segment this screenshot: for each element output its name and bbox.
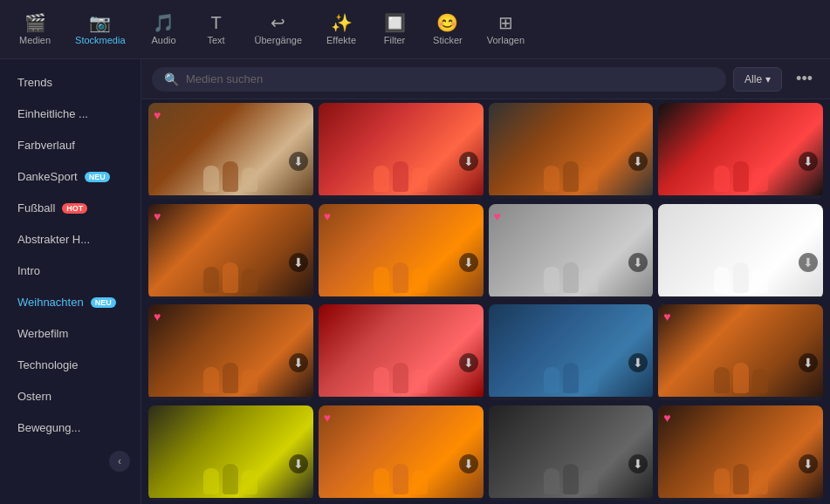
sidebar-label-einheitliche: Einheitliche ... — [17, 107, 88, 120]
sidebar-item-einheitliche[interactable]: Einheitliche ... — [3, 99, 137, 129]
media-card[interactable]: ⬇ Afrikanische Familie liest zu ... — [489, 304, 654, 400]
nav-label-stockmedia: Stockmedia — [75, 35, 125, 45]
sidebar-collapse-button[interactable]: ‹ — [109, 451, 130, 472]
media-label: Glückliche Freunde beim W... — [658, 498, 823, 501]
media-card[interactable]: ♥ ⬇ Glückliche Freunde, die zu H... — [489, 204, 654, 300]
sidebar: Trends Einheitliche ... Farbverlauf Dank… — [0, 59, 141, 504]
download-icon[interactable]: ⬇ — [799, 253, 818, 272]
media-card[interactable]: ♥ ⬇ Glückliche Familie mit Weih... — [658, 304, 823, 400]
download-icon[interactable]: ⬇ — [289, 152, 308, 171]
nav-item-effekte[interactable]: ✨ Effekte — [314, 9, 368, 51]
search-icon: 🔍 — [164, 72, 179, 86]
media-label: Afrikanische Familie liest zu ... — [489, 397, 654, 399]
download-icon[interactable]: ⬇ — [799, 152, 818, 171]
media-card[interactable]: ♥ ⬇ Glückliche Freunde mit Wun... — [319, 204, 484, 300]
media-thumbnail: ♥ ⬇ — [148, 204, 313, 296]
download-icon[interactable]: ⬇ — [459, 353, 478, 372]
sidebar-item-werbefilm[interactable]: Werbefilm — [3, 318, 137, 349]
media-card[interactable]: ♥ ⬇ Glückliche Freunde beim W... — [658, 405, 823, 501]
heart-icon: ♥ — [663, 310, 670, 324]
chevron-left-icon: ‹ — [118, 455, 121, 467]
nav-label-medien: Medien — [19, 35, 51, 45]
media-thumbnail: ⬇ — [658, 103, 823, 195]
nav-item-medien[interactable]: 🎬 Medien — [7, 9, 63, 51]
chevron-down-icon: ▾ — [765, 73, 771, 85]
filter-icon: 🔲 — [384, 14, 406, 31]
media-thumbnail: ⬇ — [319, 304, 484, 397]
media-card[interactable]: ⬇ Freunde essen weihnachtses... — [489, 103, 654, 199]
badge-dankesport: NEU — [85, 172, 110, 182]
media-thumbnail: ♥ ⬇ — [319, 405, 484, 498]
sidebar-item-ostern[interactable]: Ostern — [3, 381, 137, 412]
more-options-button[interactable]: ••• — [789, 66, 820, 92]
sidebar-item-weihnachten[interactable]: Weihnachten NEU — [3, 287, 137, 317]
sidebar-item-abstrakt[interactable]: Abstrakter H... — [3, 224, 137, 255]
search-bar: 🔍 Alle ▾ ••• — [141, 59, 830, 99]
sidebar-item-technologie[interactable]: Technologie — [3, 350, 137, 380]
media-grid: ♥ ⬇ Glückliche Freunde, die Wei... ⬇ glü… — [141, 99, 830, 504]
nav-item-vorlagen[interactable]: ⊞ Vorlagen — [475, 9, 537, 51]
nav-item-text[interactable]: T Text — [190, 9, 243, 51]
download-icon[interactable]: ⬇ — [628, 454, 648, 473]
media-label: Freunde essen weihnachtses... — [489, 195, 654, 198]
media-label: Afrikanische Familie mit Tab... — [489, 498, 654, 501]
media-thumbnail: ⬇ — [489, 103, 654, 195]
media-label: Glückliche Freunde, die zu H... — [489, 296, 654, 299]
sidebar-item-dankesport[interactable]: DankeSport NEU — [3, 161, 137, 192]
media-thumbnail: ⬇ — [319, 103, 484, 195]
download-icon[interactable]: ⬇ — [289, 353, 308, 372]
sidebar-item-trends[interactable]: Trends — [3, 67, 137, 98]
download-icon[interactable]: ⬇ — [799, 353, 818, 372]
media-label: glückliche Familie, die zu Ha... — [148, 498, 313, 501]
text-icon: T — [210, 14, 221, 31]
sidebar-label-werbefilm: Werbefilm — [17, 327, 68, 340]
download-icon[interactable]: ⬇ — [628, 253, 648, 272]
media-card[interactable]: ⬇ Mann schenkt Frau am Vale... — [319, 304, 484, 400]
media-thumbnail: ♥ ⬇ — [148, 103, 313, 195]
media-card[interactable]: ♥ ⬇ Glückliche Freunde, die bei... — [319, 405, 484, 501]
media-card[interactable]: ♥ ⬇ Glückliche Freunde beim W... — [148, 204, 313, 300]
sidebar-item-intro[interactable]: Intro — [3, 255, 137, 286]
nav-item-filter[interactable]: 🔲 Filter — [368, 9, 421, 51]
sidebar-label-fussball: Fußball — [17, 201, 55, 215]
medien-icon: 🎬 — [24, 14, 46, 31]
media-label: Afrikanische Familie öffnet ... — [658, 195, 823, 198]
media-card[interactable]: ⬇ Afrikanische Familie öffnet ... — [658, 103, 823, 199]
search-input[interactable] — [186, 72, 714, 85]
download-icon[interactable]: ⬇ — [289, 454, 308, 473]
media-card[interactable]: ⬇ glückliche Familie, die zu Ha... — [148, 405, 313, 501]
nav-label-audio: Audio — [151, 35, 175, 45]
media-card[interactable]: ♥ ⬇ Glückliche Freunde, die Wei... — [148, 103, 313, 199]
content-area: 🔍 Alle ▾ ••• — [141, 59, 830, 504]
media-card[interactable]: ♥ ⬇ Glückliche Freunde beim W... — [148, 304, 313, 400]
media-card[interactable]: ⬇ glückliches Paar, das am Val... — [319, 103, 484, 199]
top-nav: 🎬 Medien 📷 Stockmedia 🎵 Audio T Text ↩ Ü… — [0, 0, 830, 59]
sidebar-label-intro: Intro — [17, 264, 40, 277]
sidebar-item-farbverlauf[interactable]: Farbverlauf — [3, 130, 137, 160]
heart-icon: ♥ — [154, 310, 161, 324]
nav-item-uebergaenge[interactable]: ↩ Übergänge — [243, 9, 314, 51]
search-input-wrap[interactable]: 🔍 — [152, 67, 726, 92]
filter-dropdown[interactable]: Alle ▾ — [733, 67, 782, 92]
stockmedia-icon: 📷 — [89, 14, 111, 31]
nav-item-sticker[interactable]: 😊 Sticker — [421, 9, 475, 51]
download-icon[interactable]: ⬇ — [459, 152, 478, 171]
download-icon[interactable]: ⬇ — [459, 454, 478, 473]
media-card[interactable]: ⬇ Afrikanische Familie mit Tab... — [489, 405, 654, 501]
nav-label-sticker: Sticker — [433, 35, 463, 45]
nav-item-stockmedia[interactable]: 📷 Stockmedia — [63, 9, 137, 51]
media-card[interactable]: ⬇ Freunde feiern Weihnachten... — [658, 204, 823, 300]
nav-item-audio[interactable]: 🎵 Audio — [138, 9, 190, 51]
media-thumbnail: ⬇ — [658, 204, 823, 296]
media-thumbnail: ⬇ — [489, 304, 654, 397]
download-icon[interactable]: ⬇ — [799, 454, 818, 473]
download-icon[interactable]: ⬇ — [459, 253, 478, 272]
sidebar-item-fussball[interactable]: Fußball HOT — [3, 193, 137, 223]
download-icon[interactable]: ⬇ — [289, 253, 308, 272]
audio-icon: 🎵 — [153, 14, 175, 31]
media-label: Mann schenkt Frau am Vale... — [319, 397, 484, 399]
heart-icon: ♥ — [663, 411, 670, 425]
sidebar-item-bewegung[interactable]: Bewegung... — [3, 412, 137, 443]
badge-weihnachten: NEU — [91, 297, 116, 308]
media-label: Glückliche Freunde, die Wei... — [148, 195, 313, 198]
